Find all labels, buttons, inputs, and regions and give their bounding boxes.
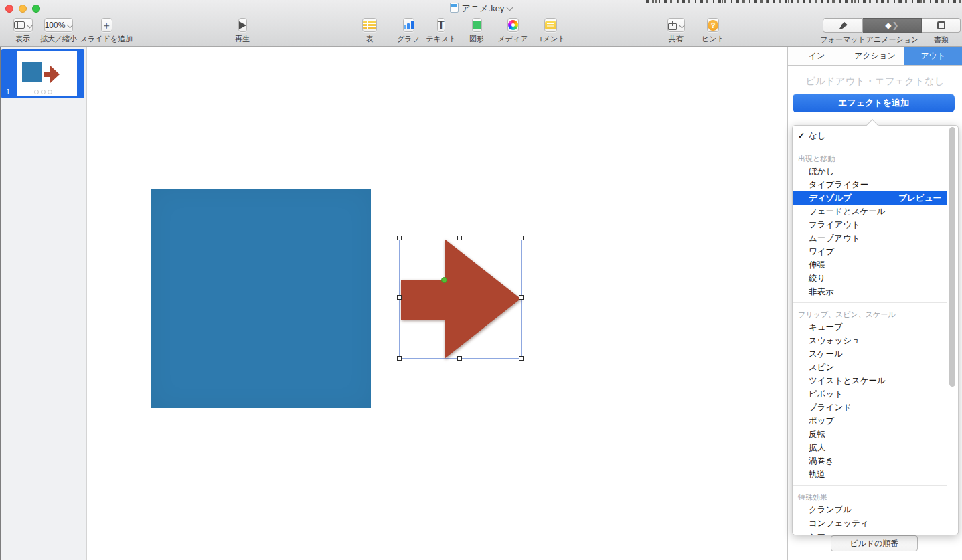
share-toolbar-button[interactable]: 共有 [661,18,691,44]
shape-button-face[interactable] [472,18,482,32]
slide-thumbnail [17,51,77,96]
resize-handle-e[interactable] [519,295,524,300]
resize-handle-ne[interactable] [519,236,524,240]
add-slide-toolbar-button[interactable]: ＋ スライドを追加 [91,18,122,44]
shape-button-label: 図形 [469,34,484,44]
segment-document-face[interactable] [922,18,961,33]
add-effect-button[interactable]: エフェクトを追加 [793,94,955,112]
share-icon [668,21,677,30]
chevron-down-icon [679,22,686,29]
menu-item-effect[interactable]: シマー [793,530,947,535]
tab-action[interactable]: アクション [846,47,904,65]
menu-item-effect[interactable]: スウォッシュ [793,334,947,347]
menu-item-effect[interactable]: ぼかし [793,165,947,178]
play-toolbar-button[interactable]: 再生 [228,18,257,44]
shape-adjust-handle[interactable] [441,277,447,283]
background-window-clipped-text [646,0,962,3]
view-toolbar-button[interactable]: 表示 [8,18,37,44]
menu-item-effect[interactable]: フライアウト [793,218,947,231]
shape-toolbar-button[interactable]: 図形 [462,18,491,44]
table-button-label: 表 [366,34,374,44]
comment-toolbar-button[interactable]: コメント [536,18,565,44]
table-button-face[interactable] [362,18,377,32]
inspector-segmented-control: フォーマット◆❯ アニメーション 書類 [823,18,961,45]
preview-label[interactable]: プレビュー [898,191,941,205]
zoom-button-label: 拡大／縮小 [40,34,77,44]
menu-item-effect[interactable]: プレビューディゾルブ [793,191,947,205]
title-chevron-icon[interactable] [507,5,513,11]
text-toolbar-button[interactable]: T テキスト [426,18,456,44]
blue-square-shape[interactable] [151,189,371,408]
segment-animate[interactable]: ◆❯ アニメーション [863,18,922,45]
menu-item-effect[interactable]: フェードとスケール [793,205,947,218]
view-button-face[interactable] [13,18,33,32]
menu-item-effect[interactable]: 絞り [793,272,947,285]
media-button-face[interactable] [507,18,519,32]
segment-format[interactable]: フォーマット [823,18,863,45]
menu-item-effect[interactable]: 伸張 [793,258,947,272]
segment-document[interactable]: 書類 [922,18,961,45]
media-toolbar-button[interactable]: メディア [498,18,528,44]
resize-handle-w[interactable] [397,295,402,300]
menu-divider [793,147,947,147]
tips-toolbar-button[interactable]: ? ヒント [698,18,728,44]
play-button-face[interactable] [238,18,247,32]
menu-item-effect[interactable]: タイプライター [793,178,947,191]
titlebar-toolbar: アニメ.key 表示100% 拡大／縮小＋ スライドを追加 再生 表 グラフT … [0,0,962,47]
popover-scrollbar-thumb[interactable] [949,127,955,387]
comment-button-label: コメント [535,34,565,44]
zoom-button-face[interactable]: 100% [44,18,74,32]
menu-item-effect[interactable]: スピン [793,361,947,374]
menu-item-effect[interactable]: 拡大 [793,441,947,454]
comment-button-face[interactable] [544,18,557,32]
tab-out[interactable]: アウト [904,47,962,65]
menu-divider [793,485,947,486]
menu-item-effect[interactable]: ポップ [793,414,947,428]
menu-item-effect[interactable]: ワイプ [793,245,947,258]
segment-format-face[interactable] [823,18,863,33]
chart-button-label: グラフ [397,34,420,44]
arrow-selection-box[interactable] [399,238,522,359]
resize-handle-se[interactable] [519,356,524,361]
build-order-button[interactable]: ビルドの順番 [831,535,918,551]
menu-item-effect[interactable]: 渦巻き [793,454,947,468]
add-slide-button-face[interactable]: ＋ [101,18,112,32]
resize-handle-nw[interactable] [397,236,402,240]
chart-toolbar-button[interactable]: グラフ [394,18,423,44]
slide-navigator: 1 [0,47,87,560]
table-toolbar-button[interactable]: 表 [355,18,384,44]
slide-canvas[interactable] [88,47,787,560]
menu-item-none[interactable]: ✓なし [793,129,947,143]
menu-item-effect[interactable]: キューブ [793,320,947,334]
menu-item-effect[interactable]: ブラインド [793,401,947,414]
menu-item-effect[interactable]: 軌道 [793,468,947,481]
view-button-label: 表示 [15,34,30,44]
text-button-face[interactable]: T [437,18,445,32]
menu-section-header: 出現と移動 [793,151,947,165]
menu-item-effect[interactable]: コンフェッティ [793,517,947,530]
resize-handle-sw[interactable] [397,356,402,361]
resize-handle-s[interactable] [457,356,462,361]
segment-animate-face[interactable]: ◆❯ [863,18,922,33]
tips-button-face[interactable]: ? [707,18,719,32]
share-button-face[interactable] [667,18,685,32]
menu-item-effect[interactable]: 非表示 [793,285,947,298]
menu-item-effect[interactable]: スケール [793,347,947,361]
menu-item-effect[interactable]: 反転 [793,428,947,441]
slide-thumbnail-selected[interactable]: 1 [1,49,84,98]
keynote-window: アニメ.key 表示100% 拡大／縮小＋ スライドを追加 再生 表 グラフT … [0,0,962,560]
tab-in[interactable]: イン [788,47,846,65]
checkmark-icon: ✓ [798,129,805,143]
segment-document-label: 書類 [934,35,949,45]
thumbnail-blue-square [22,62,42,82]
menu-item-effect[interactable]: クランブル [793,503,947,517]
menu-item-effect[interactable]: ムーブアウト [793,231,947,245]
view-panes-icon [14,21,25,29]
red-arrow-shape[interactable] [400,238,522,359]
chart-button-face[interactable] [403,18,414,32]
keynote-doc-icon [450,3,459,13]
zoom-toolbar-button[interactable]: 100% 拡大／縮小 [42,18,75,44]
resize-handle-n[interactable] [457,236,462,240]
menu-item-effect[interactable]: ツイストとスケール [793,374,947,387]
menu-item-effect[interactable]: ピボット [793,387,947,401]
